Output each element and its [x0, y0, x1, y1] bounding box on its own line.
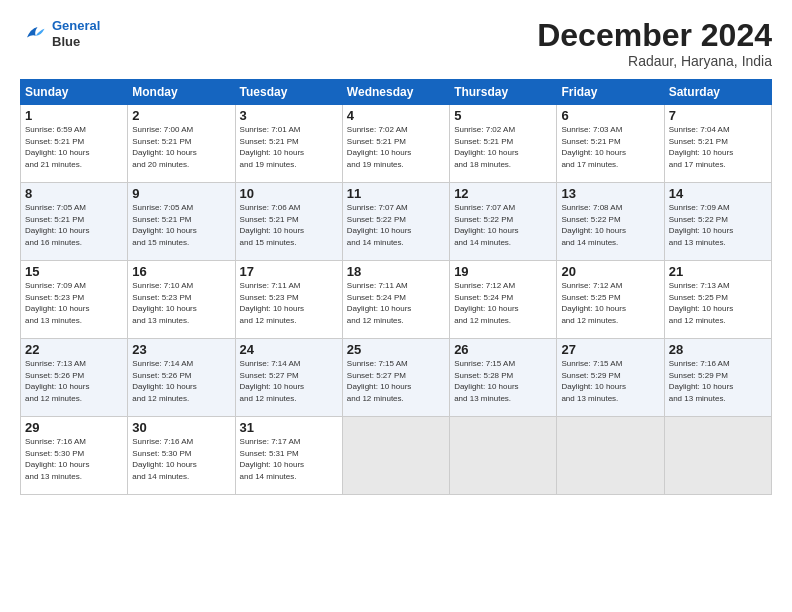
calendar-cell: 16Sunrise: 7:10 AM Sunset: 5:23 PM Dayli…: [128, 261, 235, 339]
day-info: Sunrise: 7:12 AM Sunset: 5:25 PM Dayligh…: [561, 280, 659, 326]
calendar-week-2: 8Sunrise: 7:05 AM Sunset: 5:21 PM Daylig…: [21, 183, 772, 261]
day-info: Sunrise: 7:16 AM Sunset: 5:29 PM Dayligh…: [669, 358, 767, 404]
day-number: 2: [132, 108, 230, 123]
weekday-header-saturday: Saturday: [664, 80, 771, 105]
day-number: 5: [454, 108, 552, 123]
day-number: 13: [561, 186, 659, 201]
calendar-cell: 1Sunrise: 6:59 AM Sunset: 5:21 PM Daylig…: [21, 105, 128, 183]
calendar-week-4: 22Sunrise: 7:13 AM Sunset: 5:26 PM Dayli…: [21, 339, 772, 417]
day-info: Sunrise: 7:16 AM Sunset: 5:30 PM Dayligh…: [25, 436, 123, 482]
day-number: 11: [347, 186, 445, 201]
day-number: 7: [669, 108, 767, 123]
day-number: 21: [669, 264, 767, 279]
page-header: GeneralBlue December 2024 Radaur, Haryan…: [20, 18, 772, 69]
day-info: Sunrise: 7:15 AM Sunset: 5:28 PM Dayligh…: [454, 358, 552, 404]
calendar-cell: 14Sunrise: 7:09 AM Sunset: 5:22 PM Dayli…: [664, 183, 771, 261]
calendar-cell: 29Sunrise: 7:16 AM Sunset: 5:30 PM Dayli…: [21, 417, 128, 495]
day-number: 3: [240, 108, 338, 123]
day-info: Sunrise: 7:06 AM Sunset: 5:21 PM Dayligh…: [240, 202, 338, 248]
calendar-week-1: 1Sunrise: 6:59 AM Sunset: 5:21 PM Daylig…: [21, 105, 772, 183]
day-number: 23: [132, 342, 230, 357]
calendar-cell: [557, 417, 664, 495]
calendar-cell: 18Sunrise: 7:11 AM Sunset: 5:24 PM Dayli…: [342, 261, 449, 339]
day-info: Sunrise: 7:15 AM Sunset: 5:29 PM Dayligh…: [561, 358, 659, 404]
month-title: December 2024: [537, 18, 772, 53]
day-number: 6: [561, 108, 659, 123]
calendar-cell: 5Sunrise: 7:02 AM Sunset: 5:21 PM Daylig…: [450, 105, 557, 183]
calendar-cell: 17Sunrise: 7:11 AM Sunset: 5:23 PM Dayli…: [235, 261, 342, 339]
day-info: Sunrise: 7:14 AM Sunset: 5:26 PM Dayligh…: [132, 358, 230, 404]
calendar-week-5: 29Sunrise: 7:16 AM Sunset: 5:30 PM Dayli…: [21, 417, 772, 495]
calendar-cell: 19Sunrise: 7:12 AM Sunset: 5:24 PM Dayli…: [450, 261, 557, 339]
day-info: Sunrise: 7:08 AM Sunset: 5:22 PM Dayligh…: [561, 202, 659, 248]
calendar-cell: 27Sunrise: 7:15 AM Sunset: 5:29 PM Dayli…: [557, 339, 664, 417]
calendar-cell: 13Sunrise: 7:08 AM Sunset: 5:22 PM Dayli…: [557, 183, 664, 261]
calendar-cell: 23Sunrise: 7:14 AM Sunset: 5:26 PM Dayli…: [128, 339, 235, 417]
calendar-cell: 31Sunrise: 7:17 AM Sunset: 5:31 PM Dayli…: [235, 417, 342, 495]
calendar-cell: 26Sunrise: 7:15 AM Sunset: 5:28 PM Dayli…: [450, 339, 557, 417]
calendar-cell: 25Sunrise: 7:15 AM Sunset: 5:27 PM Dayli…: [342, 339, 449, 417]
day-info: Sunrise: 7:10 AM Sunset: 5:23 PM Dayligh…: [132, 280, 230, 326]
calendar-cell: [450, 417, 557, 495]
day-info: Sunrise: 7:04 AM Sunset: 5:21 PM Dayligh…: [669, 124, 767, 170]
logo: GeneralBlue: [20, 18, 100, 49]
day-info: Sunrise: 7:17 AM Sunset: 5:31 PM Dayligh…: [240, 436, 338, 482]
calendar-cell: 3Sunrise: 7:01 AM Sunset: 5:21 PM Daylig…: [235, 105, 342, 183]
day-info: Sunrise: 7:09 AM Sunset: 5:22 PM Dayligh…: [669, 202, 767, 248]
weekday-header-row: SundayMondayTuesdayWednesdayThursdayFrid…: [21, 80, 772, 105]
day-info: Sunrise: 7:09 AM Sunset: 5:23 PM Dayligh…: [25, 280, 123, 326]
calendar-cell: 30Sunrise: 7:16 AM Sunset: 5:30 PM Dayli…: [128, 417, 235, 495]
day-number: 17: [240, 264, 338, 279]
day-info: Sunrise: 7:16 AM Sunset: 5:30 PM Dayligh…: [132, 436, 230, 482]
day-number: 15: [25, 264, 123, 279]
day-number: 4: [347, 108, 445, 123]
day-info: Sunrise: 7:14 AM Sunset: 5:27 PM Dayligh…: [240, 358, 338, 404]
day-number: 28: [669, 342, 767, 357]
day-number: 9: [132, 186, 230, 201]
day-number: 1: [25, 108, 123, 123]
day-number: 10: [240, 186, 338, 201]
day-number: 27: [561, 342, 659, 357]
calendar-table: SundayMondayTuesdayWednesdayThursdayFrid…: [20, 79, 772, 495]
day-number: 12: [454, 186, 552, 201]
weekday-header-friday: Friday: [557, 80, 664, 105]
calendar-cell: 15Sunrise: 7:09 AM Sunset: 5:23 PM Dayli…: [21, 261, 128, 339]
calendar-cell: 20Sunrise: 7:12 AM Sunset: 5:25 PM Dayli…: [557, 261, 664, 339]
day-number: 25: [347, 342, 445, 357]
day-info: Sunrise: 7:02 AM Sunset: 5:21 PM Dayligh…: [454, 124, 552, 170]
day-info: Sunrise: 7:07 AM Sunset: 5:22 PM Dayligh…: [454, 202, 552, 248]
day-number: 18: [347, 264, 445, 279]
day-info: Sunrise: 7:13 AM Sunset: 5:26 PM Dayligh…: [25, 358, 123, 404]
calendar-cell: 24Sunrise: 7:14 AM Sunset: 5:27 PM Dayli…: [235, 339, 342, 417]
day-info: Sunrise: 7:13 AM Sunset: 5:25 PM Dayligh…: [669, 280, 767, 326]
calendar-cell: 28Sunrise: 7:16 AM Sunset: 5:29 PM Dayli…: [664, 339, 771, 417]
calendar-cell: 7Sunrise: 7:04 AM Sunset: 5:21 PM Daylig…: [664, 105, 771, 183]
calendar-cell: 12Sunrise: 7:07 AM Sunset: 5:22 PM Dayli…: [450, 183, 557, 261]
day-info: Sunrise: 7:00 AM Sunset: 5:21 PM Dayligh…: [132, 124, 230, 170]
day-number: 19: [454, 264, 552, 279]
day-info: Sunrise: 7:03 AM Sunset: 5:21 PM Dayligh…: [561, 124, 659, 170]
weekday-header-monday: Monday: [128, 80, 235, 105]
day-info: Sunrise: 7:11 AM Sunset: 5:23 PM Dayligh…: [240, 280, 338, 326]
calendar-cell: 6Sunrise: 7:03 AM Sunset: 5:21 PM Daylig…: [557, 105, 664, 183]
day-info: Sunrise: 7:15 AM Sunset: 5:27 PM Dayligh…: [347, 358, 445, 404]
day-info: Sunrise: 7:05 AM Sunset: 5:21 PM Dayligh…: [25, 202, 123, 248]
day-number: 24: [240, 342, 338, 357]
calendar-week-3: 15Sunrise: 7:09 AM Sunset: 5:23 PM Dayli…: [21, 261, 772, 339]
weekday-header-wednesday: Wednesday: [342, 80, 449, 105]
calendar-cell: 21Sunrise: 7:13 AM Sunset: 5:25 PM Dayli…: [664, 261, 771, 339]
calendar-cell: 11Sunrise: 7:07 AM Sunset: 5:22 PM Dayli…: [342, 183, 449, 261]
logo-text: GeneralBlue: [52, 18, 100, 49]
calendar-cell: [664, 417, 771, 495]
day-info: Sunrise: 7:01 AM Sunset: 5:21 PM Dayligh…: [240, 124, 338, 170]
logo-icon: [20, 20, 48, 48]
title-block: December 2024 Radaur, Haryana, India: [537, 18, 772, 69]
day-number: 8: [25, 186, 123, 201]
calendar-cell: 10Sunrise: 7:06 AM Sunset: 5:21 PM Dayli…: [235, 183, 342, 261]
day-info: Sunrise: 7:07 AM Sunset: 5:22 PM Dayligh…: [347, 202, 445, 248]
weekday-header-sunday: Sunday: [21, 80, 128, 105]
weekday-header-thursday: Thursday: [450, 80, 557, 105]
day-info: Sunrise: 7:05 AM Sunset: 5:21 PM Dayligh…: [132, 202, 230, 248]
calendar-cell: 8Sunrise: 7:05 AM Sunset: 5:21 PM Daylig…: [21, 183, 128, 261]
day-info: Sunrise: 7:02 AM Sunset: 5:21 PM Dayligh…: [347, 124, 445, 170]
